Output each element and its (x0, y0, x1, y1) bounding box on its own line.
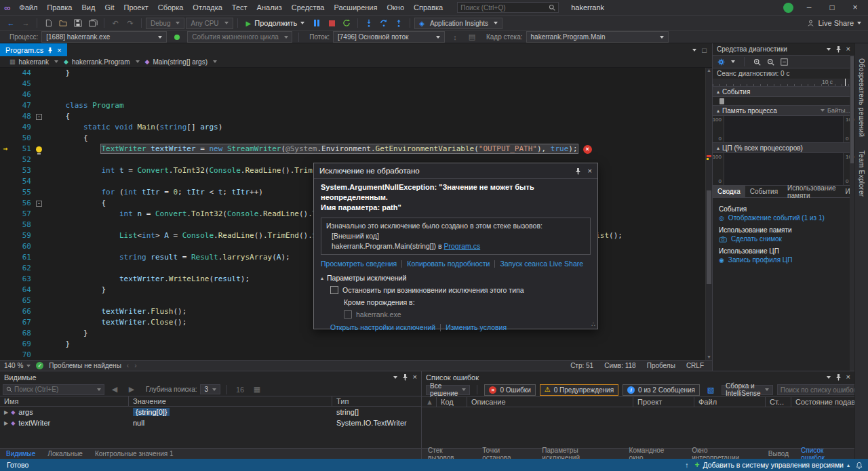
column-name[interactable]: Имя (0, 396, 129, 406)
tab-exception-settings[interactable]: Параметры исключений (536, 449, 623, 459)
menu-view[interactable]: Вид (77, 1, 100, 14)
close-icon[interactable]: × (588, 167, 592, 175)
line-number[interactable]: 57 (11, 209, 34, 220)
stackframe-select[interactable]: hakerrank.Program.Main (526, 31, 669, 43)
break-all-icon[interactable] (310, 17, 323, 30)
line-number[interactable]: 60 (11, 241, 34, 252)
stop-debugging-icon[interactable] (325, 17, 338, 30)
tab-summary[interactable]: Сводка (713, 186, 745, 197)
column-code[interactable]: Код (437, 397, 467, 407)
variable-value[interactable]: null (133, 419, 144, 427)
code-editor[interactable]: 44 }454647 class Program48- {49 static v… (0, 68, 712, 360)
edit-conditions-link[interactable]: Изменить условия (446, 323, 507, 331)
show-events-link[interactable]: Отображение событий (1 из 1) (728, 214, 825, 222)
breakpoint-margin[interactable] (0, 100, 11, 111)
code-text[interactable]: class Program (47, 100, 712, 111)
column-suppression[interactable]: Состояние подавл... (791, 397, 854, 407)
redo-icon[interactable]: ↷ (123, 17, 137, 30)
source-select[interactable]: Сборка и IntelliSense (722, 385, 773, 395)
breadcrumb-project[interactable]: ▥hakerrank (5, 58, 53, 66)
notifications-bell-icon[interactable] (856, 462, 863, 469)
step-into-icon[interactable] (362, 17, 376, 30)
window-menu-icon[interactable] (393, 376, 397, 379)
open-exception-settings-link[interactable]: Открыть настройки исключений (330, 323, 435, 331)
line-number[interactable]: 54 (11, 176, 34, 187)
menu-analyze[interactable]: Анализ (252, 1, 287, 14)
menu-git[interactable]: Git (100, 1, 119, 14)
search-depth-select[interactable]: 3 (200, 384, 220, 394)
breakpoint-margin[interactable] (0, 165, 11, 176)
search-next-icon[interactable]: ▶ (125, 383, 138, 396)
navigate-back-icon[interactable]: ← (4, 17, 18, 30)
line-number[interactable]: 59 (11, 230, 34, 241)
thread-updown-icon[interactable]: ↕ (448, 30, 462, 43)
pin-icon[interactable] (575, 167, 581, 175)
line-number[interactable]: 64 (11, 285, 34, 295)
thread-list-icon[interactable]: ▤ (465, 30, 479, 43)
column-value[interactable]: Значение (129, 396, 332, 406)
tab-call-stack[interactable]: Стек вызовов (422, 449, 476, 459)
close-button[interactable]: × (848, 3, 863, 12)
account-avatar[interactable] (783, 3, 793, 13)
resize-grip[interactable]: ∴ (591, 321, 595, 328)
messages-filter-button[interactable]: i0 из 2 Сообщения (623, 384, 700, 396)
undo-icon[interactable]: ↶ (108, 17, 122, 30)
scroll-up-icon[interactable]: ▲ (706, 68, 712, 73)
line-number[interactable]: 58 (11, 220, 34, 230)
line-number[interactable]: 66 (11, 306, 34, 317)
view-details-link[interactable]: Просмотреть сведения (321, 260, 397, 268)
column-line[interactable]: Ст... (766, 397, 791, 407)
tab-locals[interactable]: Локальные (41, 449, 89, 459)
event-marker[interactable] (719, 98, 724, 104)
prev-issue-icon[interactable]: ‹ (127, 362, 129, 369)
quick-actions-lightbulb-icon[interactable] (36, 146, 42, 152)
tab-autos[interactable]: Видимые (0, 449, 41, 459)
tab-error-list[interactable]: Список ошибок (795, 449, 854, 459)
tab-breakpoints[interactable]: Точки останова (476, 449, 536, 459)
app-insights-select[interactable]: ◈Application Insights (414, 18, 502, 29)
step-out-icon[interactable] (392, 17, 406, 30)
line-number[interactable]: 44 (11, 68, 34, 79)
zoom-in-icon[interactable] (753, 58, 761, 66)
record-cpu-profile-link[interactable]: Запись профиля ЦП (728, 256, 793, 264)
close-icon[interactable]: × (846, 373, 850, 381)
breakpoint-margin[interactable] (0, 339, 11, 350)
tab-command-window[interactable]: Командное окно (623, 449, 686, 459)
breakpoint-margin[interactable]: → (0, 144, 11, 155)
code-text[interactable] (47, 350, 712, 360)
menu-debug[interactable]: Отладка (188, 1, 226, 14)
code-text[interactable]: { (47, 133, 712, 144)
line-number[interactable]: 52 (11, 155, 34, 165)
zoom-select[interactable]: 140 % (4, 362, 31, 369)
save-icon[interactable] (71, 17, 85, 30)
breakpoint-margin[interactable] (0, 176, 11, 187)
breakpoint-margin[interactable] (0, 155, 11, 165)
lifecycle-select[interactable]: События жизненного цикла (187, 31, 292, 43)
column-indicator[interactable]: Симв: 118 (604, 362, 636, 369)
settings-dropdown-icon[interactable] (731, 60, 735, 63)
breakpoint-margin[interactable] (0, 209, 11, 220)
take-snapshot-link[interactable]: Сделать снимок (731, 235, 782, 243)
cpu-section-header[interactable]: ▴ЦП (% всех процессоров) (713, 143, 854, 153)
program-cs-link[interactable]: Program.cs (443, 242, 480, 250)
code-text[interactable]: } (47, 68, 712, 79)
window-menu-icon[interactable] (827, 48, 831, 51)
tab-output[interactable]: Вывод (762, 449, 795, 459)
filter-icon[interactable]: ▧ (704, 384, 717, 396)
breakpoint-margin[interactable] (0, 241, 11, 252)
fold-collapse-icon[interactable]: - (36, 201, 42, 207)
window-menu-icon[interactable] (827, 376, 831, 379)
pin-icon[interactable] (402, 373, 408, 381)
navigate-forward-icon[interactable]: → (19, 17, 33, 30)
line-number[interactable]: 49 (11, 122, 34, 133)
code-text[interactable]: static void Main(string[] args) (47, 122, 712, 133)
line-number[interactable]: 62 (11, 263, 34, 274)
breakpoint-margin[interactable] (0, 111, 11, 122)
menu-file[interactable]: Файл (14, 1, 42, 14)
tab-immediate-window[interactable]: Окно интерпретации (686, 449, 762, 459)
publish-icon[interactable]: ↑ (685, 461, 688, 469)
breakpoint-margin[interactable] (0, 198, 11, 209)
menu-window[interactable]: Окно (382, 1, 409, 14)
minimize-button[interactable]: – (802, 3, 816, 12)
line-number[interactable]: 45 (11, 79, 34, 89)
